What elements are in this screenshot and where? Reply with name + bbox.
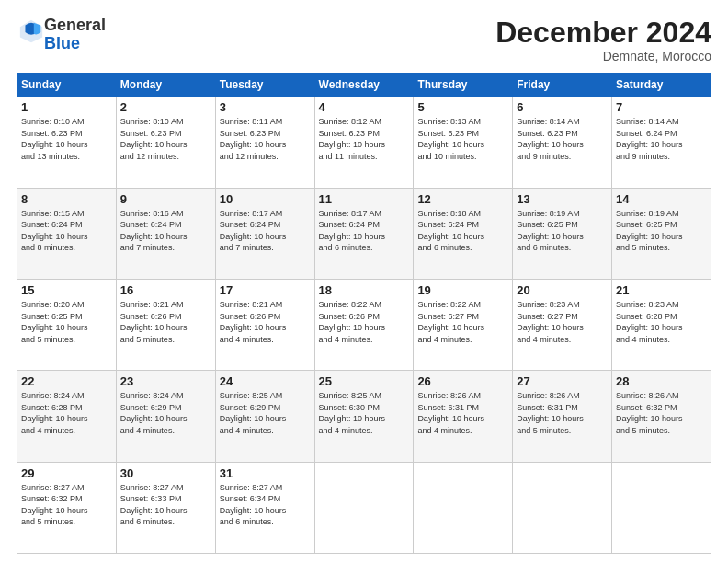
day-header-wednesday: Wednesday — [314, 74, 414, 97]
day-number: 12 — [417, 192, 508, 206]
day-number: 20 — [517, 283, 608, 297]
day-header-friday: Friday — [513, 74, 612, 97]
day-header-monday: Monday — [116, 74, 215, 97]
day-number: 14 — [616, 192, 707, 206]
day-info: Sunrise: 8:16 AM Sunset: 6:24 PM Dayligh… — [120, 208, 211, 254]
day-info: Sunrise: 8:14 AM Sunset: 6:23 PM Dayligh… — [517, 116, 608, 162]
day-info: Sunrise: 8:17 AM Sunset: 6:24 PM Dayligh… — [319, 208, 410, 254]
day-info: Sunrise: 8:23 AM Sunset: 6:28 PM Dayligh… — [616, 299, 707, 345]
day-number: 26 — [417, 374, 508, 388]
day-info: Sunrise: 8:10 AM Sunset: 6:23 PM Dayligh… — [120, 116, 211, 162]
logo: General Blue — [17, 17, 106, 53]
day-info: Sunrise: 8:10 AM Sunset: 6:23 PM Dayligh… — [21, 116, 112, 162]
calendar-cell: 26Sunrise: 8:26 AM Sunset: 6:31 PM Dayli… — [414, 371, 513, 462]
calendar-week-row: 8Sunrise: 8:15 AM Sunset: 6:24 PM Daylig… — [17, 188, 711, 279]
day-info: Sunrise: 8:19 AM Sunset: 6:25 PM Dayligh… — [517, 208, 608, 254]
calendar-cell: 20Sunrise: 8:23 AM Sunset: 6:27 PM Dayli… — [513, 279, 612, 370]
day-number: 19 — [417, 283, 508, 297]
day-number: 5 — [417, 100, 508, 114]
day-number: 24 — [220, 374, 311, 388]
header: General Blue December 2024 Demnate, Moro… — [17, 17, 711, 63]
day-info: Sunrise: 8:11 AM Sunset: 6:23 PM Dayligh… — [220, 116, 311, 162]
calendar-week-row: 1Sunrise: 8:10 AM Sunset: 6:23 PM Daylig… — [17, 97, 711, 188]
calendar-cell: 3Sunrise: 8:11 AM Sunset: 6:23 PM Daylig… — [215, 97, 314, 188]
calendar-cell — [414, 462, 513, 553]
day-info: Sunrise: 8:24 AM Sunset: 6:29 PM Dayligh… — [120, 390, 211, 436]
calendar-cell: 28Sunrise: 8:26 AM Sunset: 6:32 PM Dayli… — [612, 371, 711, 462]
day-info: Sunrise: 8:21 AM Sunset: 6:26 PM Dayligh… — [120, 299, 211, 345]
day-info: Sunrise: 8:23 AM Sunset: 6:27 PM Dayligh… — [517, 299, 608, 345]
day-info: Sunrise: 8:19 AM Sunset: 6:25 PM Dayligh… — [616, 208, 707, 254]
calendar-cell: 9Sunrise: 8:16 AM Sunset: 6:24 PM Daylig… — [116, 188, 215, 279]
day-info: Sunrise: 8:12 AM Sunset: 6:23 PM Dayligh… — [319, 116, 410, 162]
day-info: Sunrise: 8:27 AM Sunset: 6:33 PM Dayligh… — [120, 482, 211, 528]
day-number: 13 — [517, 192, 608, 206]
calendar-cell — [513, 462, 612, 553]
day-number: 16 — [120, 283, 211, 297]
calendar-cell: 14Sunrise: 8:19 AM Sunset: 6:25 PM Dayli… — [612, 188, 711, 279]
calendar-cell: 16Sunrise: 8:21 AM Sunset: 6:26 PM Dayli… — [116, 279, 215, 370]
day-header-thursday: Thursday — [414, 74, 513, 97]
day-header-saturday: Saturday — [612, 74, 711, 97]
day-number: 9 — [120, 192, 211, 206]
day-info: Sunrise: 8:26 AM Sunset: 6:31 PM Dayligh… — [417, 390, 508, 436]
day-number: 22 — [21, 374, 112, 388]
day-number: 21 — [616, 283, 707, 297]
page: General Blue December 2024 Demnate, Moro… — [0, 0, 728, 563]
calendar-cell: 23Sunrise: 8:24 AM Sunset: 6:29 PM Dayli… — [116, 371, 215, 462]
day-info: Sunrise: 8:13 AM Sunset: 6:23 PM Dayligh… — [417, 116, 508, 162]
calendar-cell — [314, 462, 414, 553]
day-info: Sunrise: 8:17 AM Sunset: 6:24 PM Dayligh… — [220, 208, 311, 254]
calendar-header-row: SundayMondayTuesdayWednesdayThursdayFrid… — [17, 74, 711, 97]
day-number: 2 — [120, 100, 211, 114]
day-info: Sunrise: 8:22 AM Sunset: 6:27 PM Dayligh… — [417, 299, 508, 345]
day-info: Sunrise: 8:14 AM Sunset: 6:24 PM Dayligh… — [616, 116, 707, 162]
calendar-cell: 5Sunrise: 8:13 AM Sunset: 6:23 PM Daylig… — [414, 97, 513, 188]
calendar-cell: 31Sunrise: 8:27 AM Sunset: 6:34 PM Dayli… — [215, 462, 314, 553]
day-info: Sunrise: 8:22 AM Sunset: 6:26 PM Dayligh… — [319, 299, 410, 345]
calendar-cell: 17Sunrise: 8:21 AM Sunset: 6:26 PM Dayli… — [215, 279, 314, 370]
day-info: Sunrise: 8:15 AM Sunset: 6:24 PM Dayligh… — [21, 208, 112, 254]
day-number: 15 — [21, 283, 112, 297]
calendar-cell: 24Sunrise: 8:25 AM Sunset: 6:29 PM Dayli… — [215, 371, 314, 462]
day-number: 28 — [616, 374, 707, 388]
day-number: 4 — [319, 100, 410, 114]
day-header-tuesday: Tuesday — [215, 74, 314, 97]
calendar-cell: 15Sunrise: 8:20 AM Sunset: 6:25 PM Dayli… — [17, 279, 117, 370]
day-number: 6 — [517, 100, 608, 114]
day-info: Sunrise: 8:27 AM Sunset: 6:34 PM Dayligh… — [220, 482, 311, 528]
logo-icon — [18, 18, 44, 44]
day-info: Sunrise: 8:21 AM Sunset: 6:26 PM Dayligh… — [220, 299, 311, 345]
location-subtitle: Demnate, Morocco — [495, 49, 711, 63]
day-info: Sunrise: 8:27 AM Sunset: 6:32 PM Dayligh… — [21, 482, 112, 528]
calendar-cell — [612, 462, 711, 553]
day-number: 11 — [319, 192, 410, 206]
month-title: December 2024 — [495, 17, 711, 49]
day-number: 31 — [220, 466, 311, 480]
day-number: 7 — [616, 100, 707, 114]
day-info: Sunrise: 8:25 AM Sunset: 6:29 PM Dayligh… — [220, 390, 311, 436]
day-info: Sunrise: 8:18 AM Sunset: 6:24 PM Dayligh… — [417, 208, 508, 254]
day-number: 3 — [220, 100, 311, 114]
calendar-cell: 27Sunrise: 8:26 AM Sunset: 6:31 PM Dayli… — [513, 371, 612, 462]
day-number: 10 — [220, 192, 311, 206]
day-number: 1 — [21, 100, 112, 114]
day-number: 27 — [517, 374, 608, 388]
day-header-sunday: Sunday — [17, 74, 117, 97]
day-number: 30 — [120, 466, 211, 480]
day-info: Sunrise: 8:20 AM Sunset: 6:25 PM Dayligh… — [21, 299, 112, 345]
day-number: 8 — [21, 192, 112, 206]
calendar-cell: 2Sunrise: 8:10 AM Sunset: 6:23 PM Daylig… — [116, 97, 215, 188]
calendar-cell: 10Sunrise: 8:17 AM Sunset: 6:24 PM Dayli… — [215, 188, 314, 279]
calendar-week-row: 15Sunrise: 8:20 AM Sunset: 6:25 PM Dayli… — [17, 279, 711, 370]
day-number: 25 — [319, 374, 410, 388]
calendar-week-row: 29Sunrise: 8:27 AM Sunset: 6:32 PM Dayli… — [17, 462, 711, 553]
calendar-cell: 6Sunrise: 8:14 AM Sunset: 6:23 PM Daylig… — [513, 97, 612, 188]
day-info: Sunrise: 8:26 AM Sunset: 6:32 PM Dayligh… — [616, 390, 707, 436]
title-area: December 2024 Demnate, Morocco — [495, 17, 711, 63]
day-number: 17 — [220, 283, 311, 297]
day-number: 18 — [319, 283, 410, 297]
day-info: Sunrise: 8:24 AM Sunset: 6:28 PM Dayligh… — [21, 390, 112, 436]
day-info: Sunrise: 8:25 AM Sunset: 6:30 PM Dayligh… — [319, 390, 410, 436]
calendar-cell: 13Sunrise: 8:19 AM Sunset: 6:25 PM Dayli… — [513, 188, 612, 279]
